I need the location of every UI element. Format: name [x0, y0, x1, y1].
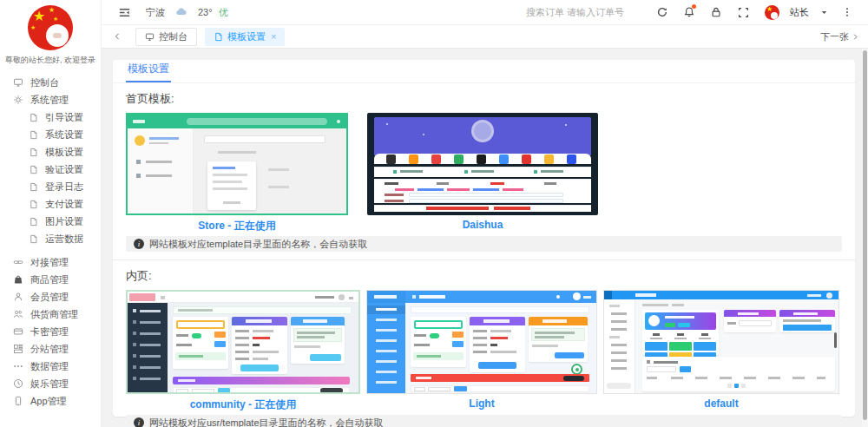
mini-input — [192, 389, 214, 393]
deco — [503, 188, 523, 191]
mini-toggle — [430, 333, 439, 338]
deco — [418, 188, 444, 191]
user-avatar[interactable]: ★ — [765, 5, 779, 20]
sidebar-item-members[interactable]: 会员管理 — [0, 288, 101, 305]
inner-template-note: 网站模板对应usr/template目录里面的名称，会自动获取 — [126, 415, 842, 427]
mini-app-icon — [386, 154, 396, 164]
tab-template-settings[interactable]: 模板设置 × — [205, 28, 285, 46]
sidebar-item-suppliers[interactable]: 供货商管理 — [0, 305, 101, 323]
sidebar-item-console[interactable]: 控制台 — [0, 74, 101, 91]
chevron-left-icon[interactable] — [110, 30, 124, 43]
deco — [213, 167, 235, 169]
sidebar-item-card-keys[interactable]: 卡密管理 — [0, 323, 101, 340]
deco — [556, 295, 560, 299]
mini-app-icon — [522, 154, 531, 164]
deco — [253, 337, 270, 339]
template-caption[interactable]: Daishua — [367, 219, 598, 231]
mini-toggle — [192, 333, 201, 338]
scrollbar-thumb[interactable] — [863, 50, 867, 420]
hamburger-icon[interactable] — [117, 5, 131, 19]
sidebar-item-verify-settings[interactable]: 验证设置 — [0, 161, 101, 178]
sidebar-item-label: 验证设置 — [45, 163, 83, 176]
refresh-icon[interactable] — [655, 5, 669, 19]
template-caption[interactable]: Light — [366, 397, 597, 410]
close-icon[interactable]: × — [271, 31, 276, 42]
template-store-thumb[interactable] — [126, 113, 348, 215]
weather-temp: 23° — [198, 7, 213, 17]
note-text: 网站模板对应template目录里面的名称，会自动获取 — [149, 238, 367, 251]
mini-input — [204, 135, 326, 143]
sidebar-item-data[interactable]: 数据管理 — [0, 358, 101, 375]
sidebar-item-docking[interactable]: 对接管理 — [0, 253, 101, 271]
template-caption[interactable]: Store - 正在使用 — [126, 219, 348, 233]
star-icon: ★ — [30, 24, 36, 30]
deco — [473, 330, 487, 332]
tab-console[interactable]: 控制台 — [135, 28, 197, 46]
template-community-thumb[interactable] — [126, 290, 360, 394]
template-default: default — [603, 290, 839, 413]
lock-icon[interactable] — [709, 5, 723, 19]
sidebar-item-products[interactable]: 商品管理 — [0, 271, 101, 288]
deco — [647, 377, 657, 379]
template-daishua-thumb[interactable] — [367, 113, 598, 215]
mini-select — [409, 193, 563, 197]
deco — [414, 334, 426, 337]
deco — [235, 337, 249, 339]
deco — [140, 310, 161, 312]
deco — [650, 338, 662, 339]
deco — [386, 123, 388, 125]
deco — [339, 294, 345, 300]
document-icon — [28, 181, 38, 192]
caret-down-icon[interactable] — [817, 5, 831, 19]
sidebar-item-pay-settings[interactable]: 支付设置 — [0, 195, 101, 213]
deco — [611, 344, 627, 346]
sidebar-item-login-log[interactable]: 登录日志 — [0, 178, 101, 195]
mini-tile — [694, 342, 716, 351]
template-light-thumb[interactable] — [366, 290, 597, 394]
sidebar-item-guide-settings[interactable]: 引导设置 — [0, 108, 101, 126]
sidebar-item-label: 运营数据 — [45, 233, 83, 246]
kebab-icon[interactable] — [840, 5, 854, 19]
template-default-thumb[interactable] — [603, 290, 839, 394]
sidebar-item-app[interactable]: App管理 — [0, 392, 101, 410]
username[interactable]: 站长 — [790, 6, 809, 19]
mini-button-green — [665, 323, 675, 327]
deco — [727, 322, 736, 325]
sidebar-item-substations[interactable]: 分站管理 — [0, 340, 101, 358]
sidebar-item-label: 系统管理 — [30, 94, 69, 107]
deco — [635, 293, 656, 297]
deco — [140, 321, 161, 324]
sidebar-item-system[interactable]: 系统管理 — [0, 91, 101, 108]
template-caption[interactable]: community - 正在使用 — [126, 397, 360, 412]
sidebar-item-operation-data[interactable]: 运营数据 — [0, 230, 101, 247]
deco — [604, 291, 612, 299]
sidebar-item-image-settings[interactable]: 图片设置 — [0, 213, 101, 230]
mini-select — [176, 389, 188, 393]
deco — [146, 174, 172, 177]
deco — [268, 168, 289, 171]
mini-avatar — [135, 135, 145, 146]
deco — [720, 377, 732, 379]
mini-button-blue — [478, 362, 516, 369]
deco — [473, 188, 499, 191]
search-input[interactable] — [526, 7, 646, 17]
page-scrollbar[interactable] — [862, 49, 868, 427]
sidebar-item-system-settings[interactable]: 系统设置 — [0, 126, 101, 143]
mini-searchbar — [187, 118, 327, 125]
next-page-button[interactable]: 下一张 — [820, 30, 859, 43]
sidebar-item-template-settings[interactable]: 模板设置 — [0, 143, 101, 161]
section-divider — [113, 259, 855, 260]
deco — [793, 312, 818, 315]
sidebar-item-entertainment[interactable]: 娱乐管理 — [0, 375, 101, 392]
fullscreen-icon[interactable] — [736, 5, 750, 19]
ellipsis-icon — [13, 361, 23, 371]
bell-icon[interactable] — [682, 5, 696, 19]
mini-button-cyan — [678, 323, 690, 327]
home-template-row: Store - 正在使用 — [126, 113, 842, 234]
mini-app-icon — [409, 154, 418, 164]
deco — [541, 170, 563, 173]
card-tab-active[interactable]: 模板设置 — [126, 56, 171, 82]
weather-city[interactable]: 宁波 — [146, 6, 165, 19]
template-caption[interactable]: default — [603, 397, 839, 410]
weather-aqi: 优 — [219, 6, 228, 19]
